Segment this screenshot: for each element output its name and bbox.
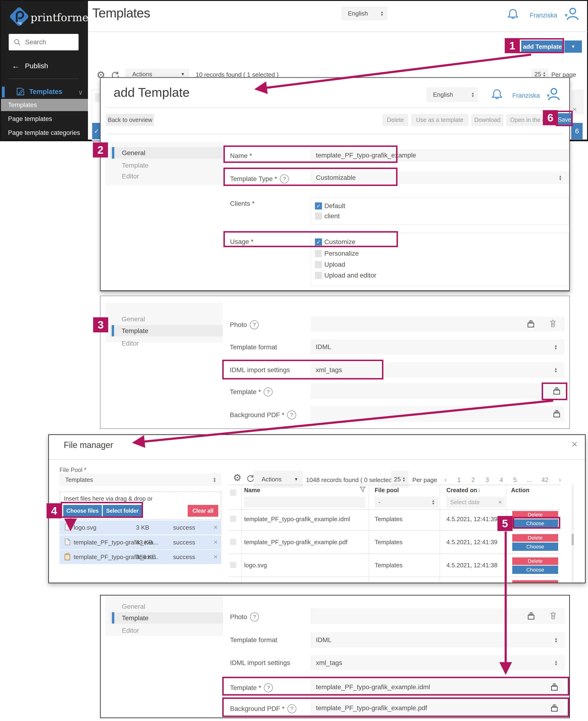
user-menu[interactable]: Franziska ▼ (530, 12, 568, 19)
select-all-checkbox[interactable] (230, 489, 236, 496)
usage-option-upload[interactable]: Upload (315, 261, 345, 268)
file-pool-filter-select[interactable]: - ▲▼ (375, 497, 438, 507)
sidebar-item-page-template-categories[interactable]: Page template categories (8, 129, 80, 137)
delete-button[interactable]: Delete (512, 557, 558, 565)
bell-icon[interactable] (491, 88, 503, 100)
clear-icon[interactable]: × (498, 499, 502, 506)
user-menu[interactable]: Franziska ▼ (512, 92, 551, 99)
delete-button[interactable]: Delete (382, 114, 408, 126)
tab-template-active[interactable]: Template (110, 612, 223, 624)
usage-option-personalize[interactable]: Personalize (315, 250, 359, 257)
checkbox-unchecked-icon[interactable] (315, 272, 322, 279)
user-icon[interactable] (566, 7, 580, 21)
language-select[interactable]: English ▲▼ (341, 6, 387, 20)
per-page-select[interactable]: 25 ▲▼ (391, 471, 408, 488)
page-1[interactable]: 1 (457, 477, 461, 484)
tab-general-active[interactable]: General (110, 147, 223, 159)
help-icon[interactable]: ? (250, 613, 259, 621)
gear-icon[interactable]: ⚙ (233, 472, 241, 483)
client-option-client[interactable]: client (315, 212, 340, 220)
bell-icon[interactable] (507, 8, 519, 20)
background-pdf-label: Background PDF *? (230, 410, 296, 419)
download-button[interactable]: Download (471, 114, 504, 126)
sidebar-section-templates[interactable]: Templates (16, 87, 62, 96)
template-format-select[interactable]: IDML ▲▼ (311, 632, 565, 647)
sidebar-item-publish[interactable]: ← Publish (12, 61, 48, 71)
file-pool-select[interactable]: Templates ▲▼ (60, 474, 221, 486)
search-input[interactable] (25, 38, 73, 46)
checkbox-unchecked-icon[interactable] (315, 261, 322, 268)
tab-panel: General Template Editor (105, 302, 223, 342)
client-option-default[interactable]: Default (315, 202, 345, 210)
chevron-down-icon[interactable]: ∨ (78, 88, 83, 96)
sidebar-search[interactable] (9, 34, 79, 51)
tab-editor[interactable]: Editor (122, 173, 139, 180)
page-42[interactable]: 42 (542, 477, 548, 484)
name-filter-input[interactable] (244, 497, 365, 507)
idml-import-select[interactable]: xml_tags ▲▼ (311, 655, 565, 670)
sidebar-item-page-templates[interactable]: Page templates (8, 115, 52, 123)
language-select[interactable]: English ▲▼ (426, 87, 478, 102)
help-icon[interactable]: ? (287, 410, 296, 419)
trash-icon[interactable] (549, 612, 558, 620)
choose-button[interactable]: Choose (512, 543, 558, 551)
funnel-icon[interactable] (359, 486, 366, 493)
page-2[interactable]: 2 (471, 477, 475, 484)
active-tab-bar (112, 147, 114, 159)
remove-icon[interactable]: × (214, 553, 218, 561)
row-checkbox[interactable] (230, 562, 236, 568)
template-format-select[interactable]: IDML ▲▼ (311, 339, 565, 354)
checkbox-unchecked-icon[interactable] (315, 213, 322, 220)
sidebar-divider (9, 79, 79, 79)
remove-icon[interactable]: × (214, 523, 218, 531)
user-icon[interactable] (547, 87, 561, 101)
highlight-usage-customize (224, 231, 398, 247)
sort-arrows-icon: ▲▼ (554, 367, 558, 373)
tab-general[interactable]: General (122, 603, 145, 610)
page-3[interactable]: 3 (485, 477, 489, 484)
scrollbar-track[interactable] (571, 485, 574, 583)
file-manager-icon[interactable] (527, 320, 535, 328)
page-5[interactable]: 5 (513, 477, 517, 484)
trash-icon[interactable] (549, 319, 557, 328)
page-4[interactable]: 4 (500, 477, 503, 484)
row-checkbox[interactable] (230, 539, 236, 545)
tab-general[interactable]: General (122, 316, 145, 323)
scrollbar-thumb[interactable] (571, 534, 574, 545)
highlight-name-field (224, 145, 398, 163)
row-checkbox[interactable] (230, 516, 236, 522)
template-field (311, 383, 565, 399)
use-as-template-button[interactable]: Use as a template (411, 114, 468, 126)
tutorial-composite: printformer ← Publish Templates ∨ Templa… (0, 0, 588, 721)
usage-option-upload-and-editor[interactable]: Upload and editor (315, 272, 376, 279)
tab-editor[interactable]: Editor (122, 340, 139, 347)
tab-editor[interactable]: Editor (122, 627, 139, 634)
step-badge-5: 5 (498, 516, 512, 531)
add-template-dropdown-button[interactable]: ▼ (565, 40, 582, 53)
delete-button-partial (512, 580, 558, 583)
choose-button[interactable]: Choose (512, 566, 558, 574)
tab-template-active[interactable]: Template (110, 325, 223, 336)
date-filter[interactable]: Select date × (446, 497, 505, 507)
help-icon[interactable]: ? (264, 387, 273, 396)
actions-select[interactable]: Actions ▼ (254, 471, 303, 488)
back-to-overview-button[interactable]: Back to overview (106, 114, 154, 126)
tab-template[interactable]: Template (122, 162, 149, 169)
count-badge-fragment: 6 (571, 123, 583, 139)
active-section-bar (2, 87, 5, 97)
refresh-icon[interactable] (246, 475, 254, 483)
sidebar-item-templates[interactable]: Templates (1, 99, 88, 111)
clear-all-button[interactable]: Clear all (188, 505, 218, 517)
pagination-next[interactable]: › (559, 476, 561, 483)
photo-field (311, 316, 565, 332)
file-manager-icon[interactable] (527, 612, 535, 620)
checkbox-checked-icon[interactable] (315, 202, 322, 209)
file-manager-icon[interactable] (552, 410, 561, 418)
help-icon[interactable]: ? (250, 320, 259, 329)
delete-button[interactable]: Delete (512, 534, 558, 542)
close-icon[interactable]: × (571, 438, 578, 450)
checkbox-unchecked-icon[interactable] (315, 250, 322, 257)
sort-desc-icon[interactable]: ↓ (478, 486, 481, 494)
pagination-prev[interactable]: ‹ (444, 476, 446, 483)
remove-icon[interactable]: × (214, 538, 218, 546)
